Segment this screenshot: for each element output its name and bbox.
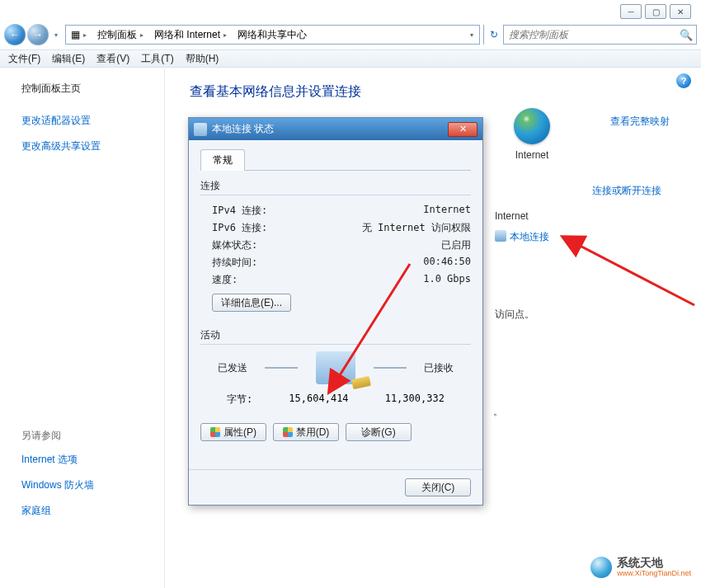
sidebar-home[interactable]: 控制面板主页 [21,82,164,96]
partial-text-1: 访问点。 [495,308,534,322]
navigation-bar: ← → ▾ ▦▸ 控制面板▸ 网络和 Internet▸ 网络和共享中心 ▾ ↻… [4,23,697,46]
address-bar[interactable]: ▦▸ 控制面板▸ 网络和 Internet▸ 网络和共享中心 ▾ [65,25,480,45]
menu-bar: 文件(F) 编辑(E) 查看(V) 工具(T) 帮助(H) [0,49,701,68]
help-icon[interactable]: ? [676,73,691,88]
dialog-close-button[interactable]: ✕ [448,122,478,137]
menu-view[interactable]: 查看(V) [96,52,129,66]
network-internet-node: Internet [495,108,569,161]
access-type-label: Internet [495,210,529,222]
address-root-icon[interactable]: ▦▸ [66,26,92,44]
sidebar: 控制面板主页 更改适配器设置 更改高级共享设置 另请参阅 Internet 选项… [0,68,165,588]
partial-text-2: 。 [493,405,503,419]
watermark: 系统天地 www.XiTongTianDi.net [590,557,691,578]
globe-icon [514,108,550,144]
sidebar-see-also-label: 另请参阅 [21,429,164,443]
shield-icon [283,427,293,437]
connection-status-dialog: 本地连接 状态 ✕ 常规 连接 IPv4 连接:Internet IPv6 连接… [188,117,483,506]
diagnose-button[interactable]: 诊断(G) [346,423,412,441]
watermark-globe-icon [590,557,612,578]
dialog-titlebar[interactable]: 本地连接 状态 ✕ [189,118,482,140]
address-dropdown[interactable]: ▾ [462,26,479,44]
shield-icon [210,427,220,437]
bytes-recv-value: 11,300,332 [385,393,445,407]
row-ipv4: IPv4 连接:Internet [200,202,471,219]
breadcrumb-sharing-center[interactable]: 网络和共享中心 [233,26,313,44]
row-duration: 持续时间:00:46:50 [200,254,471,271]
window-minimize-button[interactable]: ─ [620,4,642,19]
refresh-button[interactable]: ↻ [483,25,503,45]
breadcrumb-network-internet[interactable]: 网络和 Internet▸ [149,26,233,44]
group-connection-label: 连接 [200,179,471,193]
menu-edit[interactable]: 编辑(E) [52,52,85,66]
dialog-title-icon [194,123,207,136]
menu-help[interactable]: 帮助(H) [186,52,219,66]
window-close-button[interactable]: ✕ [670,4,691,19]
internet-label: Internet [495,149,569,161]
row-speed: 速度:1.0 Gbps [200,271,471,289]
search-box[interactable]: 🔍 [503,25,697,45]
sidebar-advanced-sharing[interactable]: 更改高级共享设置 [21,139,164,153]
breadcrumb-control-panel[interactable]: 控制面板▸ [92,26,149,44]
activity-bar-right [374,367,407,369]
sent-label: 已发送 [218,361,247,375]
properties-button[interactable]: 属性(P) [200,423,266,441]
watermark-url: www.XiTongTianDi.net [617,570,691,578]
menu-tools[interactable]: 工具(T) [141,52,173,66]
activity-bar-left [265,367,298,369]
nav-history-dropdown[interactable]: ▾ [50,24,62,45]
local-connection-link[interactable]: 本地连接 [510,230,549,244]
connection-icon [495,230,506,242]
dialog-close-footer-button[interactable]: 关闭(C) [405,478,471,496]
watermark-name: 系统天地 [617,557,691,569]
bytes-label: 字节: [227,393,252,407]
disable-button[interactable]: 禁用(D) [273,423,339,441]
nav-forward-button[interactable]: → [27,24,49,45]
nav-back-button[interactable]: ← [4,24,26,45]
sidebar-windows-firewall[interactable]: Windows 防火墙 [21,478,164,492]
recv-label: 已接收 [424,361,454,375]
dialog-tabs: 常规 [200,148,471,171]
group-activity-label: 活动 [200,328,471,342]
dialog-title-text: 本地连接 状态 [212,122,448,136]
bytes-sent-value: 15,604,414 [289,393,348,407]
sidebar-internet-options[interactable]: Internet 选项 [21,453,164,467]
search-input[interactable] [504,26,696,44]
connect-disconnect-link[interactable]: 连接或断开连接 [592,184,661,198]
sidebar-adapter-settings[interactable]: 更改适配器设置 [21,114,164,128]
tab-general[interactable]: 常规 [200,149,245,171]
menu-file[interactable]: 文件(F) [8,52,40,66]
search-icon: 🔍 [680,29,693,41]
activity-computer-icon [316,351,355,384]
window-maximize-button[interactable]: ▢ [645,4,666,19]
page-title: 查看基本网络信息并设置连接 [190,83,701,101]
row-media-state: 媒体状态:已启用 [200,237,471,254]
sidebar-homegroup[interactable]: 家庭组 [21,504,164,518]
row-ipv6: IPv6 连接:无 Internet 访问权限 [200,219,471,237]
view-full-map-link[interactable]: 查看完整映射 [610,115,670,129]
details-button[interactable]: 详细信息(E)... [212,294,291,312]
